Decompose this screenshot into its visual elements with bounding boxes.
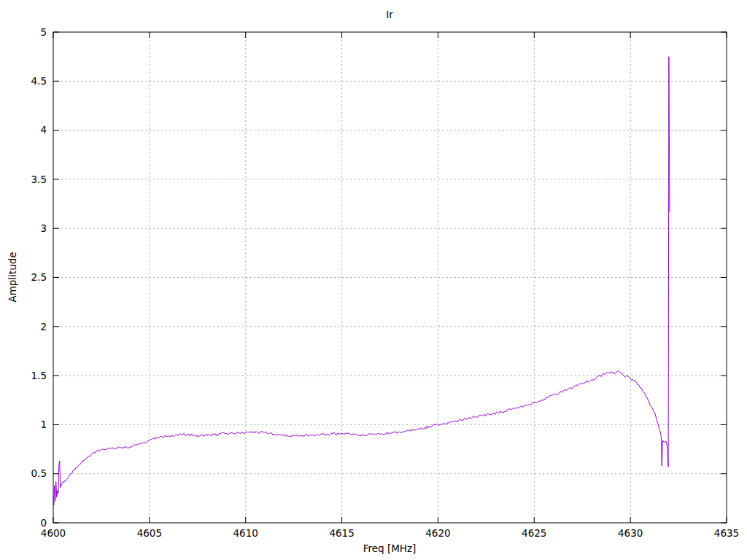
y-tick-label: 0.5 — [31, 467, 47, 479]
data-series — [53, 57, 670, 505]
y-tick-label: 2.5 — [31, 271, 47, 283]
x-axis-label: Freq [MHz] — [363, 542, 417, 554]
x-tick-label: 4615 — [329, 527, 354, 539]
x-tick-label: 4635 — [714, 527, 739, 539]
x-tick-label: 4600 — [41, 527, 66, 539]
y-tick-label: 1 — [40, 419, 47, 430]
y-tick-label: 0 — [40, 517, 47, 529]
y-axis-label: Amplitude — [7, 252, 18, 302]
y-tick-label: 2 — [40, 321, 47, 332]
plot-window: 4600460546104615462046254630463500.511.5… — [0, 0, 747, 560]
y-tick-label: 1.5 — [31, 370, 47, 381]
x-tick-label: 4630 — [618, 527, 643, 539]
x-tick-label: 4605 — [137, 527, 162, 539]
y-tick-label: 5 — [40, 26, 47, 38]
chart-title: Ir — [386, 9, 393, 20]
y-tick-label: 4 — [40, 124, 47, 136]
x-tick-label: 4610 — [233, 527, 258, 539]
x-tick-label: 4625 — [522, 527, 546, 539]
x-tick-label: 4620 — [425, 527, 450, 539]
tick-labels: 4600460546104615462046254630463500.511.5… — [31, 26, 740, 539]
y-tick-label: 3 — [40, 222, 47, 234]
y-tick-label: 4.5 — [31, 75, 47, 87]
y-tick-label: 3.5 — [31, 174, 47, 185]
line-chart: 4600460546104615462046254630463500.511.5… — [0, 0, 747, 560]
series-line-ir — [53, 57, 670, 505]
grid-lines — [53, 32, 727, 523]
